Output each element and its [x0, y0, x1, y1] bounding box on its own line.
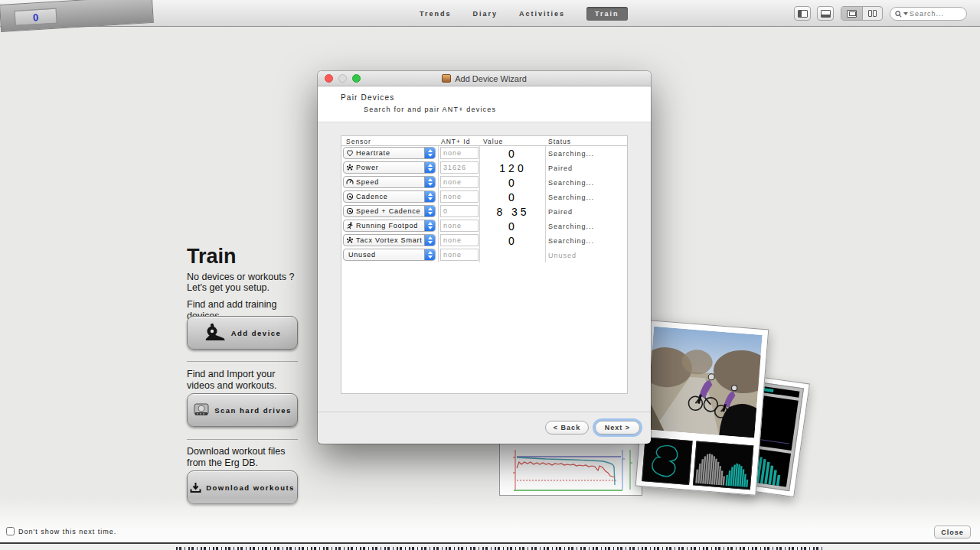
- popup-stepper-icon[interactable]: [424, 235, 435, 246]
- minimize-window-icon[interactable]: [338, 74, 347, 83]
- scan-hard-drives-button[interactable]: Scan hard drives: [187, 393, 298, 427]
- search-options-caret-icon[interactable]: [903, 12, 908, 15]
- view-tabs: Trends Diary Activities Train: [420, 0, 628, 27]
- sensor-type-select[interactable]: Tacx Vortex Smart: [343, 234, 436, 246]
- popup-stepper-icon[interactable]: [424, 148, 435, 158]
- compare-view-button[interactable]: [862, 7, 883, 20]
- popup-stepper-icon[interactable]: [424, 162, 435, 173]
- popup-stepper-icon[interactable]: [424, 177, 435, 187]
- bottombar-toggle-button[interactable]: [817, 6, 834, 21]
- dashboard-zero-value: 0: [33, 11, 39, 23]
- close-window-icon[interactable]: [325, 74, 333, 83]
- col-status: Status: [548, 138, 571, 145]
- sidebar-toggle-button[interactable]: [794, 6, 811, 21]
- ant-id-field[interactable]: none: [440, 234, 479, 246]
- sensor-value: 8 35: [480, 204, 546, 219]
- dont-show-checkbox[interactable]: [6, 527, 15, 535]
- sensor-value: [480, 248, 546, 262]
- heart-icon: [346, 149, 354, 157]
- sensor-type-select[interactable]: Heartrate: [343, 147, 436, 159]
- sensor-type-select[interactable]: Speed: [343, 176, 436, 188]
- table-row: Tacx Vortex Smart none 0 Searching...: [341, 233, 627, 248]
- sensor-type-select[interactable]: Running Footpod: [343, 220, 436, 232]
- gauge-icon: [346, 178, 354, 186]
- tab-activities[interactable]: Activities: [519, 10, 565, 18]
- add-device-label: Add device: [231, 329, 282, 337]
- tab-train[interactable]: Train: [586, 7, 628, 21]
- sensor-status: Searching...: [548, 233, 594, 248]
- intro-line-1: No devices or workouts ?: [187, 272, 298, 283]
- sensor-status: Searching...: [548, 219, 594, 233]
- sensor-type-select[interactable]: Power: [343, 161, 436, 174]
- tiled-view-icon: [847, 10, 857, 18]
- search-input[interactable]: [910, 10, 956, 18]
- crank-icon: [346, 207, 354, 215]
- sensor-value: 0: [480, 233, 546, 248]
- ant-id-field[interactable]: none: [440, 176, 479, 188]
- gear-icon: [346, 236, 354, 244]
- tiled-view-button[interactable]: [841, 7, 862, 20]
- intro-line-2: Let's get you setup.: [187, 282, 298, 294]
- sensor-label: Power: [356, 164, 379, 171]
- scan-hard-drives-label: Scan hard drives: [214, 406, 292, 415]
- ant-id-field[interactable]: 0: [440, 205, 479, 217]
- pair-devices-table: Sensor ANT+ Id Value Status Heartrate no…: [341, 135, 628, 394]
- sensor-type-select[interactable]: Unused: [343, 249, 436, 261]
- popup-stepper-icon[interactable]: [424, 249, 435, 260]
- sensor-value: 0: [480, 219, 546, 233]
- sensor-label: Tacx Vortex Smart: [356, 236, 423, 244]
- tab-trends[interactable]: Trends: [420, 10, 452, 18]
- ant-id-field[interactable]: none: [440, 220, 479, 232]
- background-dashboard-card: 0: [0, 0, 154, 32]
- download-workouts-label: Download workouts: [206, 483, 295, 492]
- dashboard-dial-panel: 0: [15, 8, 57, 26]
- sensor-status: Searching...: [548, 175, 594, 190]
- route-map-panel: [642, 437, 692, 485]
- table-row: Running Footpod none 0 Searching...: [341, 219, 627, 233]
- bottom-bar-clipped: [0, 544, 980, 550]
- turbo-trainer-icon: [204, 322, 227, 343]
- background-photo-polaroid: [635, 320, 769, 496]
- table-row: Heartrate none 0 Searching...: [341, 146, 627, 161]
- runner-icon: [346, 222, 354, 229]
- ant-id-field[interactable]: none: [440, 249, 479, 261]
- sensor-type-select[interactable]: Speed + Cadence: [343, 205, 436, 217]
- wizard-icon: [442, 74, 451, 83]
- dialog-title: Add Device Wizard: [455, 74, 527, 83]
- sensor-label: Speed: [356, 178, 379, 186]
- sensor-status: Unused: [548, 248, 577, 262]
- sensor-type-select[interactable]: Cadence: [343, 190, 436, 203]
- sensor-status: Searching...: [548, 146, 594, 161]
- table-header-row: Sensor ANT+ Id Value Status: [341, 136, 627, 146]
- crank-icon: [346, 193, 354, 200]
- step-subtitle: Search for and pair ANT+ devices: [364, 106, 651, 113]
- search-box[interactable]: [890, 7, 967, 21]
- dialog-titlebar[interactable]: Add Device Wizard: [318, 71, 651, 86]
- download-hint: Download workout files from the Erg DB.: [187, 446, 298, 468]
- next-button[interactable]: Next >: [595, 421, 640, 434]
- popup-stepper-icon[interactable]: [424, 191, 435, 202]
- zoom-window-icon[interactable]: [352, 74, 361, 83]
- tab-diary[interactable]: Diary: [473, 10, 498, 18]
- telemetry-bars-panel: [693, 441, 753, 490]
- col-sensor: Sensor: [346, 138, 371, 145]
- bottombar-toggle-icon: [821, 10, 831, 18]
- back-button[interactable]: < Back: [545, 421, 589, 434]
- table-row: Unused none Unused: [341, 248, 627, 262]
- close-button[interactable]: Close: [934, 526, 971, 539]
- background-fade: [0, 497, 980, 542]
- popup-stepper-icon[interactable]: [424, 220, 435, 231]
- step-title: Pair Devices: [341, 93, 651, 102]
- sensor-value: 0: [480, 175, 546, 190]
- ant-id-field[interactable]: 31626: [440, 161, 479, 174]
- popup-stepper-icon[interactable]: [424, 206, 435, 216]
- route-loop: [652, 444, 678, 477]
- add-device-button[interactable]: Add device: [187, 316, 298, 350]
- ant-id-field[interactable]: none: [440, 190, 479, 203]
- table-row: Power 31626 120 Paired: [341, 161, 627, 175]
- add-device-wizard-dialog: Add Device Wizard Pair Devices Search fo…: [318, 71, 651, 444]
- compare-view-icon: [868, 10, 877, 17]
- hard-drive-icon: [193, 402, 210, 418]
- ant-id-field[interactable]: none: [440, 147, 479, 159]
- sensor-value: 0: [480, 190, 546, 204]
